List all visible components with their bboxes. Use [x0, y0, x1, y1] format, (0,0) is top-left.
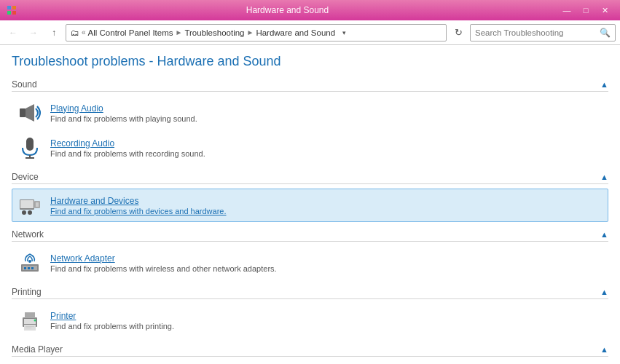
window-controls: — □ ✕ [557, 3, 614, 17]
item-text: Network AdapterFind and fix problems wit… [50, 253, 603, 273]
item-text: Playing AudioFind and fix problems with … [50, 103, 603, 123]
item-icon-playing-audio [17, 100, 43, 126]
item-icon-hardware-and-devices [17, 192, 43, 218]
svg-marker-5 [25, 104, 34, 122]
item-list-sound: Playing AudioFind and fix problems with … [12, 95, 608, 172]
breadcrumb[interactable]: 🗂 « All Control Panel Items ► Troublesho… [66, 24, 447, 41]
section-label-printing: Printing [12, 287, 600, 297]
svg-rect-0 [7, 6, 11, 9]
section-header-device: Device▲ [12, 172, 608, 184]
section-label-network: Network [12, 229, 600, 240]
item-name[interactable]: Recording Audio [50, 138, 603, 149]
list-item[interactable]: Hardware and DevicesFind and fix problem… [12, 189, 608, 222]
item-desc: Find and fix problems with recording sou… [50, 149, 603, 158]
section-sound: Sound▲ Playing AudioFind and fix problem… [12, 79, 608, 172]
svg-rect-22 [24, 319, 36, 324]
item-desc: Find and fix problems with devices and h… [50, 207, 603, 215]
section-label-device: Device [12, 172, 600, 182]
item-list-network: Network AdapterFind and fix problems wit… [12, 245, 608, 287]
item-text: Hardware and DevicesFind and fix problem… [50, 196, 603, 215]
section-header-network: Network▲ [12, 229, 608, 242]
close-button[interactable]: ✕ [595, 3, 614, 17]
window-title: Hardware and Sound [17, 5, 557, 15]
item-desc: Find and fix problems with printing. [50, 322, 603, 331]
item-text: PrinterFind and fix problems with printi… [50, 311, 603, 331]
breadcrumb-dropdown-button[interactable]: ▾ [338, 27, 350, 39]
svg-point-20 [28, 260, 31, 263]
section-chevron-sound[interactable]: ▲ [600, 80, 608, 89]
address-bar: ← → ↑ 🗂 « All Control Panel Items ► Trou… [0, 20, 620, 45]
page-title: Troubleshoot problems - Hardware and Sou… [12, 54, 608, 69]
svg-rect-18 [28, 267, 30, 269]
item-desc: Find and fix problems with wireless and … [50, 264, 603, 273]
up-button[interactable]: ↑ [45, 24, 63, 41]
svg-rect-26 [25, 328, 31, 328]
item-list-device: Hardware and DevicesFind and fix problem… [12, 187, 608, 229]
svg-rect-25 [25, 326, 34, 327]
breadcrumb-hardware-sound[interactable]: Hardware and Sound [256, 28, 335, 37]
maximize-button[interactable]: □ [576, 3, 595, 17]
svg-point-27 [34, 320, 36, 322]
section-device: Device▲ Hardware and DevicesFind and fix… [12, 172, 608, 229]
svg-point-14 [28, 210, 32, 215]
breadcrumb-folder-icon: 🗂 [71, 28, 79, 37]
svg-rect-12 [36, 202, 39, 207]
refresh-button[interactable]: ↻ [450, 24, 467, 41]
section-label-sound: Sound [12, 79, 600, 90]
section-chevron-network[interactable]: ▲ [600, 230, 608, 239]
item-icon-network-adapter [17, 250, 43, 276]
svg-rect-4 [20, 108, 25, 117]
section-header-printing: Printing▲ [12, 287, 608, 299]
item-name[interactable]: Playing Audio [50, 103, 603, 114]
back-button[interactable]: ← [4, 24, 22, 41]
app-icon [6, 4, 17, 16]
breadcrumb-all-control-panel[interactable]: All Control Panel Items [88, 28, 173, 37]
section-header-sound: Sound▲ [12, 79, 608, 92]
minimize-button[interactable]: — [557, 3, 576, 17]
svg-rect-23 [25, 312, 35, 318]
item-list-printing: PrinterFind and fix problems with printi… [12, 302, 608, 344]
sections-container: Sound▲ Playing AudioFind and fix problem… [12, 79, 608, 364]
item-name[interactable]: Printer [50, 311, 603, 321]
forward-button[interactable]: → [25, 24, 42, 41]
item-name[interactable]: Hardware and Devices [50, 196, 603, 206]
list-item[interactable]: PrinterFind and fix problems with printi… [12, 304, 608, 337]
svg-rect-3 [12, 11, 16, 15]
item-desc: Find and fix problems with playing sound… [50, 114, 603, 123]
list-item[interactable]: Windows Media Player DVDFind and fix pro… [12, 361, 608, 364]
section-mediaplayer: Media Player▲ Windows Media Player DVDFi… [12, 344, 608, 364]
item-icon-recording-audio [17, 135, 43, 161]
search-input[interactable] [475, 28, 597, 37]
item-list-mediaplayer: Windows Media Player DVDFind and fix pro… [12, 360, 608, 364]
section-network: Network▲ Network AdapterFind and fix pro… [12, 229, 608, 287]
svg-point-13 [22, 210, 26, 215]
section-chevron-device[interactable]: ▲ [600, 173, 608, 181]
section-label-mediaplayer: Media Player [12, 344, 600, 355]
title-bar: Hardware and Sound — □ ✕ [0, 0, 620, 20]
svg-rect-2 [7, 11, 11, 15]
section-chevron-printing[interactable]: ▲ [600, 288, 608, 296]
item-name[interactable]: Network Adapter [50, 253, 603, 264]
search-icon: 🔍 [600, 28, 611, 38]
section-header-mediaplayer: Media Player▲ [12, 344, 608, 357]
item-icon-printer [17, 307, 43, 333]
svg-rect-6 [26, 138, 34, 151]
item-text: Recording AudioFind and fix problems wit… [50, 138, 603, 158]
list-item[interactable]: Recording AudioFind and fix problems wit… [12, 131, 608, 165]
section-printing: Printing▲ PrinterFind and fix problems w… [12, 287, 608, 344]
list-item[interactable]: Network AdapterFind and fix problems wit… [12, 246, 608, 280]
list-item[interactable]: Playing AudioFind and fix problems with … [12, 96, 608, 130]
search-box: 🔍 [470, 24, 616, 41]
svg-rect-19 [31, 267, 34, 269]
breadcrumb-troubleshooting[interactable]: Troubleshooting [184, 28, 244, 37]
svg-rect-17 [24, 267, 26, 269]
svg-rect-1 [12, 6, 16, 9]
svg-rect-10 [20, 200, 34, 208]
main-content: Troubleshoot problems - Hardware and Sou… [0, 45, 620, 364]
section-chevron-mediaplayer[interactable]: ▲ [600, 345, 608, 354]
